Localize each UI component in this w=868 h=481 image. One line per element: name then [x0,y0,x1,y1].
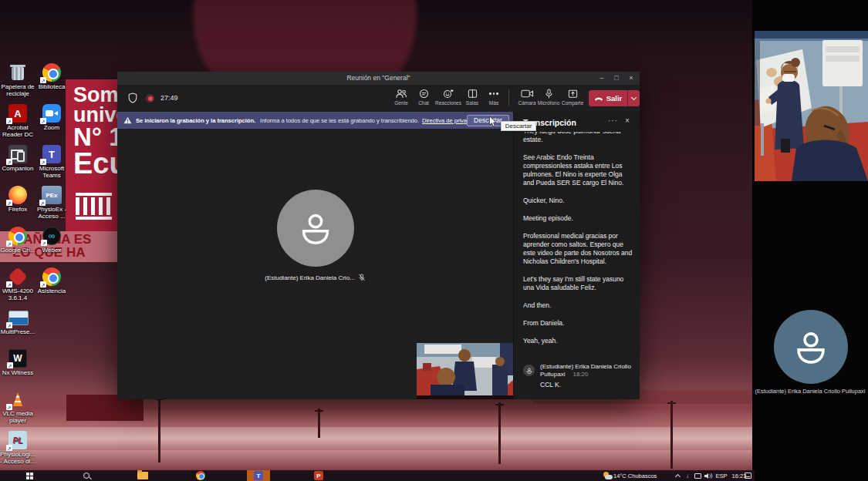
chrome-icon [8,227,27,245]
display-tray-icon[interactable] [693,470,703,481]
desktop-icon[interactable]: Firefox [1,186,35,227]
shortcut-arrow-icon [40,118,46,124]
physioex-icon: PEx [42,186,62,204]
shield-icon [128,92,137,106]
shortcut-arrow-icon [7,362,13,368]
multipresenter-icon [8,308,27,327]
desktop-icon[interactable]: WMS-4200 3.6.1.4 Client [1,267,35,308]
pip-video-tile[interactable] [417,343,513,399]
tray-expand-button[interactable] [673,470,682,481]
companion-icon [8,145,27,163]
share-button[interactable]: Comparte [559,89,586,106]
teams-icon: T [254,471,263,480]
zoom-icon [42,104,61,123]
teams-taskbar-button-active[interactable]: T [247,470,270,481]
weather-text[interactable]: 14°C Chubascos [613,470,674,481]
window-title: Reunión en "General" [117,74,640,82]
desktop-icon[interactable]: ∞ Webex [35,227,69,267]
desktop-icon[interactable]: MultiPrese... [1,308,35,349]
participant-name: (Estudiante) Erika Daniela Crio... [265,274,355,281]
participant-name-row: (Estudiante) Erika Daniela Crio... [117,274,513,281]
panel-close-icon[interactable]: × [625,116,630,125]
nx-witness-icon: W [8,349,27,368]
close-button[interactable]: × [624,72,638,84]
shortcut-arrow-icon [6,445,12,451]
transcript-paragraph: Let's they say I'm still state yasuno un… [523,275,633,292]
speaker-avatar [523,365,535,376]
shortcut-arrow-icon [6,240,12,247]
leave-options-dropdown[interactable] [627,90,640,106]
window-titlebar[interactable]: Reunión en "General" – □ × [117,72,640,85]
language-indicator[interactable]: ESP [714,470,729,481]
wms-client-icon [8,267,27,286]
teams-icon: T [42,145,61,163]
mouse-cursor-icon [488,116,497,131]
person-icon [294,207,337,250]
shortcut-arrow-icon [41,240,47,246]
desktop-icon[interactable]: Papelera de reciclaje [1,63,35,104]
transcript-paragraph: Professional medical gracias por aprende… [523,232,633,266]
taskbar-search-button[interactable] [80,470,93,481]
shortcut-arrow-icon [39,200,46,206]
person-icon [525,367,533,375]
microphone-button[interactable]: Micrófono [535,89,562,106]
panel-more-icon[interactable]: ··· [608,116,618,125]
transcript-body[interactable]: They luego dose pulmonar suena estate.Se… [523,132,633,358]
chat-button[interactable]: Chat [410,89,437,106]
desktop-icon[interactable]: Google Ch... [1,227,35,267]
volume-tray-icon[interactable] [703,470,714,481]
recording-indicator-icon [146,94,154,103]
weather-icon[interactable] [603,470,613,481]
speaker-name: (Estudiante) Erika Daniela Criollo [540,363,636,371]
shortcut-arrow-icon [40,281,46,288]
maximize-button[interactable]: □ [610,72,623,84]
person-icon [789,325,833,369]
chrome-icon [42,267,61,286]
action-center-icon[interactable] [742,470,753,481]
transcript-paragraph: And then. [523,301,633,310]
chrome-taskbar-button[interactable] [194,470,207,481]
desktop-icon[interactable]: PEx PhysioEx - Acceso ... [35,186,69,227]
shortcut-arrow-icon [6,118,12,124]
pip-video-scene [417,343,513,399]
entry-timestamp: 18:20 [572,371,588,378]
vlc-icon [8,390,27,409]
desktop-icon-grid: Papelera de reciclaje Biblioteca A Acrob… [1,63,70,472]
desktop-icon[interactable]: T Microsoft Teams [35,145,69,186]
taskbar: T P 14°C Chubascos ↓ ESP 16:23 [0,470,755,481]
download-tray-icon[interactable]: ↓ [683,470,692,481]
toolbar-separator [508,89,509,106]
desktop-icon[interactable]: A Acrobat Reader DC [1,104,35,145]
video-scene [755,31,868,181]
more-button[interactable]: Más [481,89,507,106]
desktop-icon[interactable]: PL PhysioLogi... - Acceso di... [1,431,35,472]
shortcut-arrow-icon [6,322,12,328]
leave-button[interactable]: Salir [589,90,627,106]
meeting-window: Reunión en "General" – □ × 27:49 Gente C… [117,72,640,399]
participant-tile: (Estudiante) Erika Daniela Criollo Pullu… [752,181,868,481]
entry-text: CCL K. [540,381,636,388]
reactions-button[interactable]: Reacciones [435,89,461,106]
powerpoint-taskbar-button[interactable]: P [312,470,326,481]
desktop-icon[interactable]: VLC media player [1,390,35,431]
file-explorer-button[interactable] [136,470,150,481]
minimize-button[interactable]: – [595,72,609,84]
shortcut-arrow-icon [6,200,12,206]
desktop-icon[interactable]: Companion [1,145,35,186]
shortcut-arrow-icon [6,159,12,165]
mic-muted-icon [358,274,366,281]
transcript-paragraph: Quicker, Nino. [523,197,633,205]
participant-name: (Estudiante) Erika Daniela Criollo Pullu… [752,388,868,395]
windows-logo-icon [26,473,33,479]
desktop-icon[interactable]: Biblioteca [35,63,69,104]
firefox-icon [8,186,27,204]
physiologik-icon: PL [8,431,27,449]
transcript-entry: (Estudiante) Erika Daniela Criollo Pullu… [523,363,636,388]
desktop-icon[interactable]: Asistencia [35,267,69,308]
desktop-icon[interactable]: Zoom [35,104,69,145]
start-button[interactable] [22,470,37,481]
desktop-icon[interactable]: W Nx Witness [1,349,35,390]
powerpoint-icon: P [314,471,323,480]
participant-avatar [277,190,354,267]
shortcut-arrow-icon [40,77,46,83]
